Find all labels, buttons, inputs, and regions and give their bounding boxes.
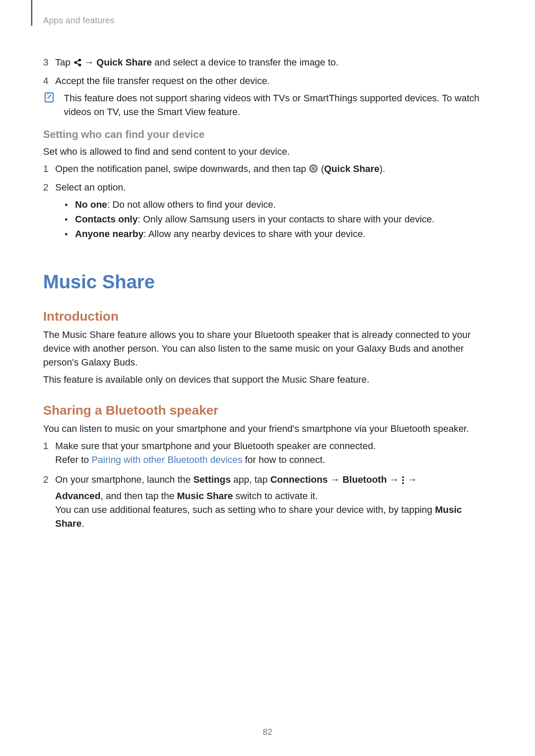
document-page: Apps and features 3 Tap → Quick Share (0, 0, 535, 756)
text: switch to activate it. (233, 490, 318, 501)
paragraph: The Music Share feature allows you to sh… (43, 328, 492, 369)
svg-point-7 (309, 164, 318, 173)
setting-step-2: 2 Select an option. (43, 181, 492, 194)
page-number: 82 (0, 727, 535, 737)
heading-music-share: Music Share (43, 271, 492, 293)
step-body: Make sure that your smartphone and your … (55, 439, 492, 467)
step-number: 2 (43, 473, 55, 487)
line: Advanced, and then tap the Music Share s… (55, 489, 492, 503)
arrow: → (387, 474, 401, 485)
heading-introduction: Introduction (43, 309, 492, 324)
text: ( (321, 163, 324, 174)
label: No one (75, 199, 107, 210)
side-rule (31, 0, 32, 26)
text: for how to connect. (242, 454, 325, 465)
connections-label: Connections (270, 474, 328, 485)
step-number: 1 (43, 162, 55, 176)
settings-label: Settings (193, 474, 231, 485)
line: Make sure that your smartphone and your … (55, 439, 492, 453)
label: Anyone nearby (75, 228, 144, 239)
line: You can use additional features, such as… (55, 503, 492, 531)
step-number: 3 (43, 56, 55, 69)
bullet-no-one: • No one: Do not allow others to find yo… (65, 198, 492, 212)
arrow: → (405, 474, 417, 485)
step-body: Select an option. (55, 181, 492, 194)
text: : Allow any nearby devices to share with… (144, 228, 366, 239)
step-body: Open the notification panel, swipe downw… (55, 162, 492, 177)
text: : Only allow Samsung users in your conta… (138, 214, 434, 225)
step-4: 4 Accept the file transfer request on th… (43, 74, 492, 88)
setting-step-1: 1 Open the notification panel, swipe dow… (43, 162, 492, 177)
bullet-text: Anyone nearby: Allow any nearby devices … (75, 227, 366, 241)
arrow: → (328, 474, 342, 485)
note-block: This feature does not support sharing vi… (43, 91, 492, 119)
svg-line-4 (76, 63, 79, 65)
text: and select a device to transfer the imag… (154, 57, 338, 68)
text: On your smartphone, launch the (55, 474, 193, 485)
text: : Do not allow others to find your devic… (107, 199, 276, 210)
text: ). (379, 163, 385, 174)
paragraph: You can listen to music on your smartpho… (43, 422, 492, 436)
paragraph: Set who is allowed to find and send cont… (43, 145, 492, 159)
bluetooth-label: Bluetooth (342, 474, 387, 485)
svg-line-3 (76, 60, 79, 62)
note-icon (43, 91, 64, 105)
option-bullets: • No one: Do not allow others to find yo… (65, 198, 492, 241)
heading-sharing-bluetooth: Sharing a Bluetooth speaker (43, 403, 492, 418)
text: . (81, 518, 84, 529)
svg-point-10 (402, 479, 404, 481)
quick-share-label: Quick Share (324, 163, 379, 174)
text: You can use additional features, such as… (55, 504, 435, 515)
svg-point-11 (402, 482, 404, 484)
step-number: 4 (43, 74, 55, 88)
page-content: 3 Tap → Quick Share and select a device … (43, 56, 492, 531)
bullet-dot: • (65, 227, 75, 241)
link-pairing-bluetooth[interactable]: Pairing with other Bluetooth devices (91, 454, 242, 465)
quick-share-label: Quick Share (97, 57, 152, 68)
breadcrumb: Apps and features (43, 16, 492, 25)
svg-point-9 (402, 476, 404, 478)
text: app, tap (231, 474, 270, 485)
music-share-label: Music Share (177, 490, 233, 501)
step-number: 1 (43, 439, 55, 453)
bullet-text: No one: Do not allow others to find your… (75, 198, 276, 212)
subheading-setting: Setting who can find your device (43, 128, 492, 141)
step-body: Accept the file transfer request on the … (55, 74, 492, 88)
bullet-contacts-only: • Contacts only: Only allow Samsung user… (65, 212, 492, 226)
line: Refer to Pairing with other Bluetooth de… (55, 453, 492, 467)
share-icon (73, 57, 82, 71)
advanced-label: Advanced (55, 490, 100, 501)
arrow: → (84, 57, 97, 68)
text: Open the notification panel, swipe downw… (55, 163, 309, 174)
text: Tap (55, 57, 73, 68)
step-3: 3 Tap → Quick Share and select a device … (43, 56, 492, 71)
bullet-dot: • (65, 212, 75, 226)
note-text: This feature does not support sharing vi… (64, 91, 492, 119)
paragraph: This feature is available only on device… (43, 373, 492, 387)
step-number: 2 (43, 181, 55, 194)
quick-share-circle-icon (309, 163, 318, 177)
text: , and then tap the (100, 490, 177, 501)
label: Contacts only (75, 214, 138, 225)
bt-step-2: 2 On your smartphone, launch the Setting… (43, 473, 492, 531)
text: Refer to (55, 454, 91, 465)
bullet-dot: • (65, 198, 75, 212)
bt-step-1: 1 Make sure that your smartphone and you… (43, 439, 492, 467)
step-body: On your smartphone, launch the Settings … (55, 473, 492, 531)
bullet-anyone-nearby: • Anyone nearby: Allow any nearby device… (65, 227, 492, 241)
bullet-text: Contacts only: Only allow Samsung users … (75, 212, 435, 226)
line: On your smartphone, launch the Settings … (55, 473, 492, 489)
step-body: Tap → Quick Share and select a device to… (55, 56, 492, 71)
